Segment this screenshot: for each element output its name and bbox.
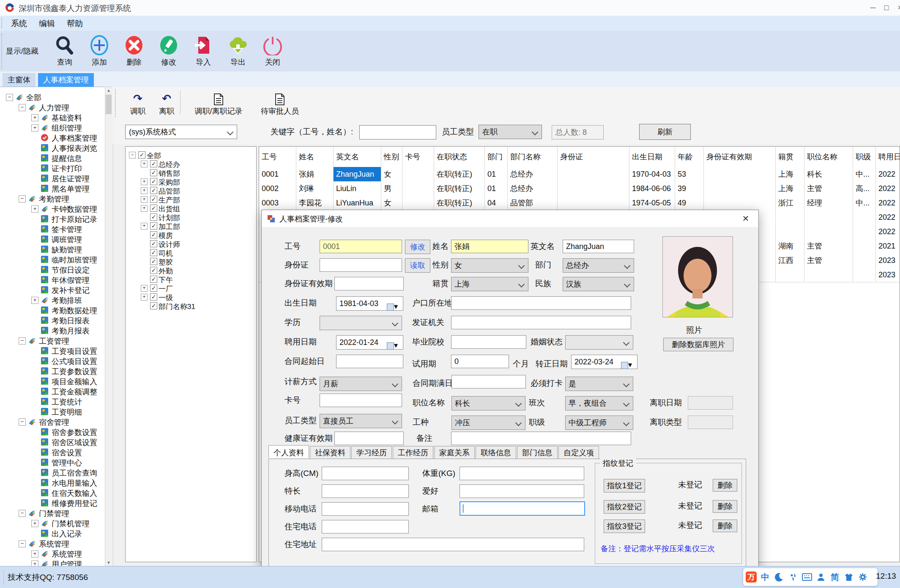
- sidebar-item[interactable]: −门禁管理: [0, 508, 105, 518]
- sidebar-item[interactable]: 发补卡登记: [0, 285, 105, 295]
- grid-cell[interactable]: 江西: [776, 253, 804, 268]
- emp-no-field[interactable]: 0001: [320, 240, 402, 253]
- collapse-icon[interactable]: −: [19, 510, 26, 517]
- dept-tree-item[interactable]: ✓塑胶: [126, 257, 256, 266]
- sidebar-item[interactable]: −宿舍管理: [0, 417, 105, 427]
- grid-cell[interactable]: 2021: [876, 239, 900, 253]
- grid-cell[interactable]: 在职(转正): [434, 196, 485, 210]
- grid-cell[interactable]: 1970-04-03: [629, 167, 675, 181]
- grid-cell[interactable]: 主管: [804, 253, 853, 268]
- sidebar-item[interactable]: 管理中心: [0, 457, 105, 468]
- sidebar-item[interactable]: 水电用量输入: [0, 478, 105, 488]
- sidebar-item[interactable]: 工资明细: [0, 407, 105, 417]
- subtoolbar-button-3[interactable]: 待审批人员: [254, 90, 305, 116]
- sidebar-item[interactable]: 工资金额调整: [0, 386, 105, 397]
- tab-自定义项[interactable]: 自定义项: [558, 446, 599, 459]
- grid-cell[interactable]: 2022: [876, 224, 900, 239]
- checkbox-checked-icon[interactable]: ✓: [150, 222, 157, 230]
- en-name-field[interactable]: ZhangJuan: [563, 240, 634, 253]
- tab-联络信息[interactable]: 联络信息: [476, 446, 516, 459]
- grid-cell[interactable]: 上海: [776, 181, 804, 196]
- card-no-field[interactable]: [320, 394, 402, 407]
- scroll-down-icon[interactable]: ▼: [105, 559, 112, 566]
- dept-tree-item[interactable]: ✓模房: [126, 231, 256, 240]
- toggle-sidebar-button[interactable]: 显示/隐藏: [6, 46, 38, 56]
- grid-cell[interactable]: [804, 268, 853, 282]
- sidebar-item[interactable]: −考勤管理: [0, 194, 105, 204]
- checkbox-checked-icon[interactable]: ✓: [150, 205, 157, 212]
- expand-icon[interactable]: +: [31, 297, 38, 304]
- sidebar-item[interactable]: 出入记录: [0, 528, 105, 539]
- grid-cell[interactable]: 0001: [259, 167, 296, 181]
- grid-cell[interactable]: 01: [485, 167, 508, 181]
- grid-cell[interactable]: 2022: [876, 167, 900, 181]
- toolbar-button-power[interactable]: 关闭: [255, 33, 290, 67]
- sidebar-item[interactable]: 工资统计: [0, 397, 105, 407]
- fingerprint-register-button-1[interactable]: 指纹1登记: [604, 479, 645, 492]
- grid-cell[interactable]: 53: [675, 167, 704, 181]
- column-header[interactable]: 职级: [853, 147, 876, 167]
- scroll-up-icon[interactable]: ▲: [105, 87, 112, 94]
- grid-cell[interactable]: 李园花: [296, 196, 334, 210]
- sidebar-item[interactable]: 宿舍参数设置: [0, 427, 105, 437]
- hire-datepicker[interactable]: 2022-01-24 ▾: [336, 335, 403, 350]
- weight-field[interactable]: [460, 467, 584, 480]
- probation-field[interactable]: 0: [451, 355, 509, 368]
- grid-cell[interactable]: 张娟: [296, 167, 334, 181]
- checkbox-checked-icon[interactable]: ✓: [150, 240, 157, 247]
- grid-cell[interactable]: [704, 181, 776, 196]
- column-header[interactable]: 姓名: [296, 147, 334, 167]
- sidebar-item[interactable]: +门禁机管理: [0, 518, 105, 528]
- grid-cell[interactable]: 0003: [259, 196, 296, 210]
- table-row[interactable]: 0001张娟ZhangJuan女在职(转正)01总经办1970-04-0353上…: [259, 167, 900, 182]
- column-header[interactable]: 聘用日期: [876, 147, 900, 167]
- checkbox-checked-icon[interactable]: ✓: [150, 231, 157, 238]
- expand-icon[interactable]: +: [31, 114, 38, 121]
- grid-cell[interactable]: 科长: [804, 167, 853, 181]
- calendar-icon[interactable]: ▾: [621, 358, 634, 366]
- keyboard-icon[interactable]: [802, 572, 812, 583]
- checkbox-checked-icon[interactable]: ✓: [150, 160, 157, 167]
- grid-cell[interactable]: 女: [381, 167, 402, 181]
- grid-cell[interactable]: [804, 224, 853, 239]
- toolbar-button-import[interactable]: 导入: [186, 33, 221, 67]
- checkbox-checked-icon[interactable]: ✓: [150, 258, 157, 265]
- refresh-button[interactable]: 刷新: [639, 124, 691, 140]
- grid-cell[interactable]: [853, 224, 876, 239]
- checkbox-checked-icon[interactable]: ✓: [150, 267, 157, 274]
- checkbox-checked-icon[interactable]: ✓: [150, 284, 157, 292]
- marital-select[interactable]: [565, 335, 633, 350]
- sidebar-item[interactable]: 公式项目设置: [0, 356, 105, 366]
- column-header[interactable]: 年龄: [675, 147, 704, 167]
- calendar-icon[interactable]: ▾: [387, 339, 399, 346]
- dialog-close-icon[interactable]: ✕: [739, 213, 752, 224]
- zhong-cn-icon[interactable]: 中: [760, 572, 771, 583]
- gear-icon[interactable]: [857, 572, 868, 583]
- expand-icon[interactable]: +: [141, 196, 148, 203]
- checkbox-checked-icon[interactable]: ✓: [150, 178, 157, 185]
- sidebar-item[interactable]: +基础资料: [0, 112, 105, 123]
- sidebar-item[interactable]: +用户管理: [0, 559, 105, 566]
- grid-cell[interactable]: 0002: [259, 181, 296, 196]
- checkbox-checked-icon[interactable]: ✓: [150, 169, 157, 176]
- column-header[interactable]: 部门名称: [508, 147, 558, 167]
- sidebar-item[interactable]: +系统管理: [0, 549, 105, 559]
- read-id-button[interactable]: 读取: [405, 258, 430, 273]
- sidebar-item[interactable]: +考勤排班: [0, 295, 105, 305]
- gender-select[interactable]: 女: [451, 258, 528, 273]
- fingerprint-register-button-2[interactable]: 指纹2登记: [604, 500, 645, 514]
- checkbox-checked-icon[interactable]: ✓: [150, 293, 157, 301]
- collapse-icon[interactable]: −: [19, 540, 26, 547]
- sidebar-item[interactable]: 打卡原始记录: [0, 214, 105, 224]
- expand-icon[interactable]: +: [141, 178, 148, 185]
- grid-cell[interactable]: 2023: [876, 253, 900, 268]
- grid-cell[interactable]: 上海: [776, 167, 804, 181]
- column-header[interactable]: 出生日期: [629, 147, 675, 167]
- table-row[interactable]: 0003李园花LiYuanHua女在职(转正)04品管部1974-05-0549…: [259, 196, 900, 211]
- subtoolbar-button-2[interactable]: 调职/离职记录: [187, 90, 250, 116]
- grid-cell[interactable]: 总经办: [508, 167, 558, 181]
- checkbox-checked-icon[interactable]: ✓: [150, 213, 157, 221]
- column-header[interactable]: 身份证: [558, 147, 629, 167]
- column-header[interactable]: 身份证有效期: [704, 147, 776, 167]
- sidebar-item[interactable]: −人力管理: [0, 102, 105, 112]
